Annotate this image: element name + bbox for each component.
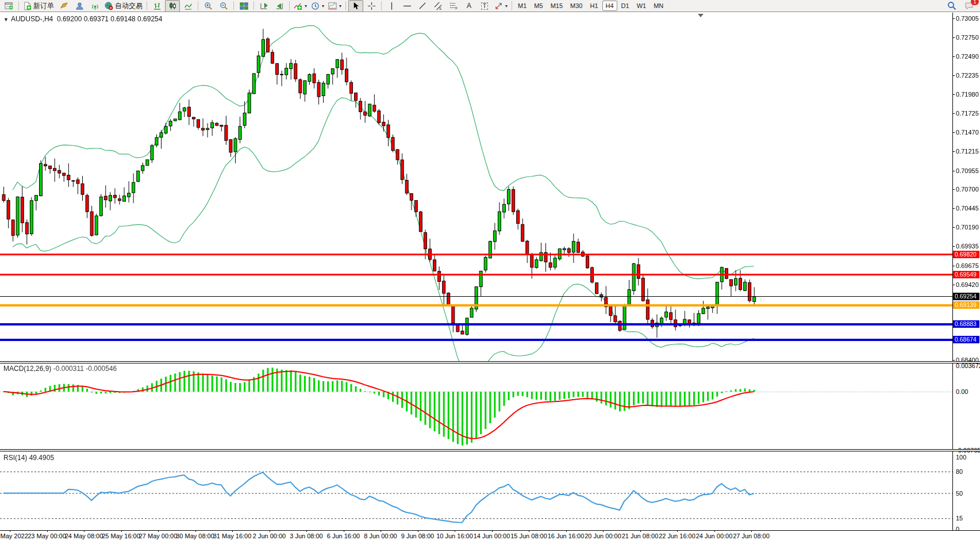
price-axis-tick: 0.72750 — [956, 34, 980, 41]
date-axis-tick — [714, 530, 715, 532]
auto-scroll-button[interactable] — [272, 0, 287, 12]
signals-icon — [91, 2, 99, 10]
indicators-button[interactable]: ▾ — [292, 0, 309, 12]
date-axis-label: 24 May 08:00 — [65, 533, 103, 539]
rsi-indicator-label: RSI(14) 49.4905 — [3, 454, 54, 462]
macd-axis-zero: 0.00 — [956, 388, 980, 395]
profiles-icon — [60, 2, 68, 10]
price-axis-tick: 0.70190 — [956, 224, 980, 231]
svg-text:F: F — [455, 6, 458, 10]
new-order-button[interactable]: 新订单 — [21, 0, 56, 12]
price-level-label: 0.69254 — [953, 293, 979, 300]
date-axis-label: 31 May 16:00 — [213, 533, 252, 539]
tile-windows-button[interactable] — [236, 0, 251, 12]
channel-tool-button[interactable]: E — [431, 0, 445, 12]
trendline-tool-button[interactable] — [415, 0, 430, 12]
periods-clock-icon — [311, 2, 320, 10]
date-axis-tick — [677, 530, 678, 532]
timeframe-m30-button[interactable]: M30 — [567, 1, 586, 11]
new-chart-icon — [5, 2, 13, 10]
price-axis-tick: 0.70700 — [956, 186, 980, 193]
date-axis-tick — [84, 530, 84, 532]
toolbar-separator — [381, 1, 382, 10]
date-axis-tick — [381, 530, 381, 532]
chart-shift-marker[interactable] — [698, 14, 704, 17]
price-axis-tick: 0.70955 — [956, 167, 980, 174]
notifications-button[interactable]: 1 — [962, 0, 977, 12]
date-axis-tick — [47, 530, 48, 532]
chart-shift-button[interactable] — [256, 0, 271, 12]
timeframe-d1-button[interactable]: D1 — [618, 1, 633, 11]
date-axis-tick — [640, 530, 641, 532]
notification-badge: 1 — [971, 0, 979, 5]
price-level-line[interactable] — [0, 304, 952, 307]
autotrading-button[interactable]: 自动交易 — [103, 0, 144, 12]
timeframe-m15-button[interactable]: M15 — [547, 1, 566, 11]
timeframe-h1-button[interactable]: H1 — [586, 1, 601, 11]
timeframe-mn-button[interactable]: MN — [650, 1, 667, 11]
date-axis-label: 24 Jun 00:00 — [696, 533, 733, 539]
rsi-value: 49.4905 — [29, 454, 54, 462]
price-axis-tick-mark — [952, 246, 955, 247]
price-level-line[interactable] — [0, 339, 952, 341]
timeframe-w1-button[interactable]: W1 — [633, 1, 650, 11]
zoom-in-button[interactable] — [201, 0, 216, 12]
zoom-out-icon — [220, 2, 228, 10]
price-axis-tick-mark — [952, 208, 955, 209]
price-axis-tick: 0.70445 — [956, 205, 980, 212]
ohlc-values: 0.69200 0.69371 0.69148 0.69254 — [57, 15, 163, 23]
price-level-line[interactable] — [0, 296, 952, 297]
community-button[interactable] — [72, 0, 87, 12]
timeframe-h4-button[interactable]: H4 — [602, 1, 617, 11]
bar-chart-icon — [153, 2, 162, 10]
vertical-line-icon — [387, 2, 396, 10]
equidistant-channel-icon: E — [434, 2, 443, 10]
profiles-button[interactable] — [56, 0, 71, 12]
search-button[interactable] — [944, 0, 959, 12]
timeframe-m5-button[interactable]: M5 — [531, 1, 546, 11]
line-chart-button[interactable] — [180, 0, 195, 12]
text-label-tool-button[interactable]: T — [477, 0, 492, 12]
price-level-line[interactable] — [0, 254, 952, 255]
vertical-line-tool-button[interactable] — [384, 0, 399, 12]
pane-separator-rsi[interactable] — [0, 449, 980, 451]
date-axis-tick — [566, 530, 567, 532]
horizontal-line-icon — [403, 2, 412, 10]
fibonacci-tool-button[interactable]: F — [446, 0, 461, 12]
templates-button[interactable]: ▾ — [326, 0, 343, 12]
date-axis-tick — [195, 530, 196, 532]
signals-button[interactable] — [87, 0, 102, 12]
date-axis-tick — [603, 530, 604, 532]
price-level-label: 0.68674 — [953, 336, 979, 343]
new-chart-button[interactable] — [1, 0, 16, 12]
horizontal-line-tool-button[interactable] — [399, 0, 414, 12]
zoom-out-button[interactable] — [216, 0, 231, 12]
cursor-tool-button[interactable] — [348, 0, 363, 12]
price-level-label: 0.68883 — [953, 320, 979, 328]
price-level-line[interactable] — [0, 323, 952, 325]
price-level-line[interactable] — [0, 274, 952, 275]
price-axis-tick-mark — [952, 151, 955, 152]
text-tool-button[interactable]: A — [462, 0, 476, 12]
price-axis-tick: 0.69420 — [956, 281, 980, 288]
candle-chart-button[interactable] — [165, 0, 180, 12]
bar-chart-button[interactable] — [149, 0, 164, 12]
periods-button[interactable]: ▾ — [309, 0, 326, 12]
autotrading-label: 自动交易 — [115, 1, 143, 11]
price-axis-tick: 0.69675 — [956, 262, 980, 269]
pane-separator-macd[interactable] — [0, 361, 980, 363]
arrows-tool-button[interactable]: ▾ — [493, 0, 509, 12]
crosshair-tool-button[interactable] — [364, 0, 379, 12]
price-axis-tick: 0.73005 — [956, 15, 980, 22]
date-axis-tick — [270, 530, 270, 532]
toolbar-right-group: 1 — [944, 0, 979, 12]
rsi-axis-tick: 100 — [956, 454, 980, 461]
price-chart-canvas[interactable] — [0, 13, 952, 540]
timeframe-m1-button[interactable]: M1 — [514, 1, 530, 11]
date-axis-tick — [121, 530, 122, 532]
templates-icon — [328, 2, 337, 10]
chart-shift-icon — [260, 2, 268, 10]
symbol-dropdown-icon[interactable]: ▼ — [3, 17, 9, 22]
indicators-dropdown-caret: ▾ — [305, 3, 307, 9]
date-axis-label: 19 May 2022 — [0, 533, 28, 539]
